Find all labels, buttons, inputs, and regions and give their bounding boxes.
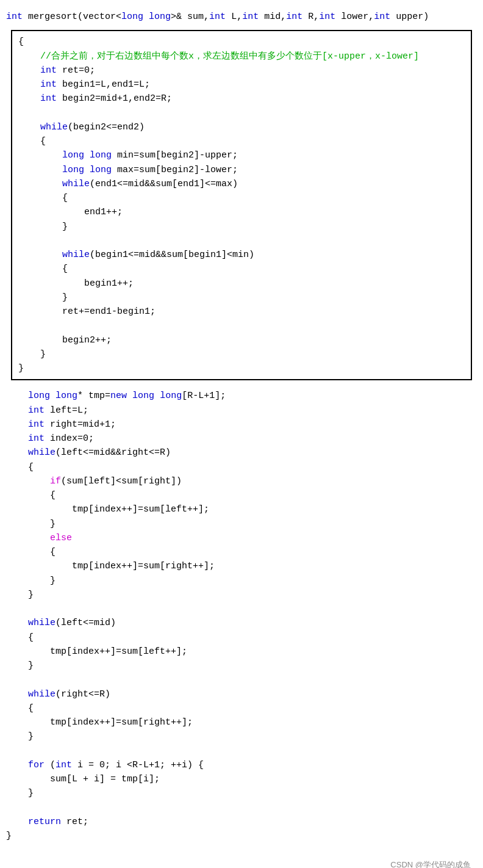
code-line: while(begin1<=mid&&sum[begin1]<min) [18, 248, 465, 262]
code-line: begin2++; [18, 333, 465, 347]
code-line: { [18, 262, 465, 276]
code-line: } [18, 361, 465, 375]
code-line: end1++; [18, 205, 465, 219]
code-line: int begin1=L,end1=L; [18, 78, 465, 92]
code-line: long long* tmp=new long long[R-L+1]; [6, 389, 477, 403]
main-code-section: long long* tmp=new long long[R-L+1]; int… [0, 385, 483, 847]
code-line: int ret=0; [18, 63, 465, 78]
code-line: { [18, 134, 465, 148]
code-line: { [6, 488, 477, 502]
code-line: tmp[index++]=sum[right++]; [6, 715, 477, 729]
header-line: int mergesort(vector<long long>& sum,int… [0, 6, 483, 27]
code-line: while(left<=mid&&right<=R) [6, 446, 477, 460]
code-line [6, 801, 477, 815]
code-line: int left=L; [6, 403, 477, 418]
code-line: } [6, 829, 477, 843]
code-line: } [18, 220, 465, 234]
code-line [6, 673, 477, 687]
code-line: int index=0; [6, 432, 477, 446]
code-line: } [6, 786, 477, 800]
footer-text: CSDN @学代码的成鱼 [390, 860, 471, 868]
code-line: { [6, 701, 477, 715]
code-line [18, 106, 465, 120]
code-line: for (int i = 0; i <R-L+1; ++i) { [6, 758, 477, 772]
code-line: } [6, 574, 477, 588]
code-line-comment: //合并之前，对于右边数组中每个数x，求左边数组中有多少个数位于[x-upper… [18, 49, 465, 63]
code-line: { [18, 35, 465, 49]
code-line [18, 319, 465, 333]
code-line: while(left<=mid) [6, 616, 477, 630]
code-line: } [18, 291, 465, 305]
code-line: int right=mid+1; [6, 418, 477, 432]
code-line: } [6, 659, 477, 673]
code-line: int begin2=mid+1,end2=R; [18, 92, 465, 106]
code-line: while(end1<=mid&&sum[end1]<=max) [18, 177, 465, 191]
code-line: sum[L + i] = tmp[i]; [6, 772, 477, 786]
code-line [6, 744, 477, 758]
code-line: { [6, 545, 477, 559]
code-line: long long max=sum[begin2]-lower; [18, 163, 465, 177]
code-line: { [6, 631, 477, 645]
code-line: begin1++; [18, 277, 465, 291]
code-line [18, 234, 465, 248]
code-line: if(sum[left]<sum[right]) [6, 474, 477, 488]
code-line: } [6, 588, 477, 602]
code-line: else [6, 531, 477, 545]
code-line: { [6, 460, 477, 474]
code-line: tmp[index++]=sum[left++]; [6, 645, 477, 659]
code-line [6, 602, 477, 616]
code-line: { [18, 191, 465, 205]
code-line: while(begin2<=end2) [18, 120, 465, 134]
footer-attribution: CSDN @学代码的成鱼 [0, 859, 483, 868]
code-line: while(right<=R) [6, 687, 477, 701]
signature-line: int mergesort(vector<long long>& sum,int… [6, 10, 477, 24]
code-line: } [6, 729, 477, 743]
code-line: ret+=end1-begin1; [18, 305, 465, 319]
boxed-code-section: { //合并之前，对于右边数组中每个数x，求左边数组中有多少个数位于[x-upp… [11, 30, 472, 380]
code-line: long long min=sum[begin2]-upper; [18, 148, 465, 162]
code-container: int mergesort(vector<long long>& sum,int… [0, 6, 483, 868]
code-line: tmp[index++]=sum[right++]; [6, 559, 477, 573]
code-line: } [18, 347, 465, 361]
code-line: } [6, 517, 477, 531]
code-line: return ret; [6, 815, 477, 829]
code-line: tmp[index++]=sum[left++]; [6, 502, 477, 516]
